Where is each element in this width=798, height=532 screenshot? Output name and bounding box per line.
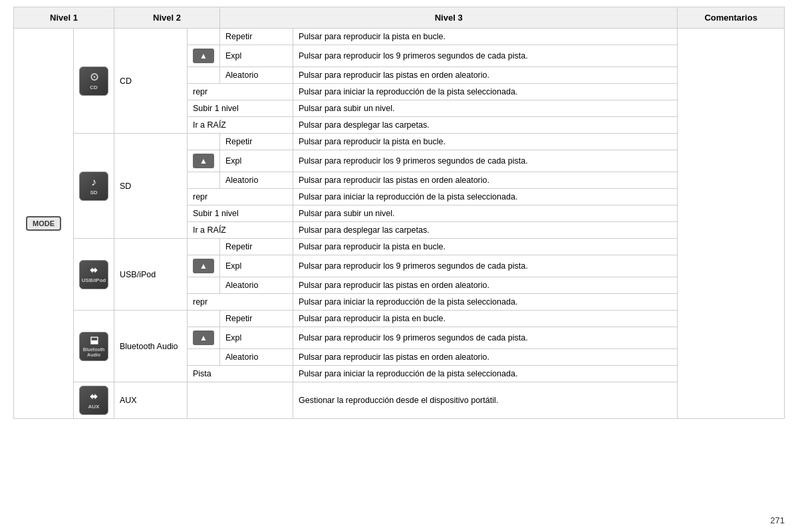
nivel1-mode-cell: MODE bbox=[14, 29, 74, 419]
bt-pista-text: Pista bbox=[188, 366, 293, 382]
sd-repr-text: repr bbox=[188, 189, 293, 205]
bluetooth-icon: ⬓ BluetoothAudio bbox=[79, 332, 108, 361]
arrow-up-icon: ▲ bbox=[193, 259, 214, 273]
cd-icon: ⊙ CD bbox=[79, 66, 108, 96]
aux-text-cell: AUX bbox=[114, 382, 188, 419]
bt-expl-text: Expl bbox=[220, 327, 293, 349]
mode-button: MODE bbox=[26, 216, 61, 231]
cd-aleatorio-text: Aleatorio bbox=[220, 67, 293, 84]
sd-repr-comment: Pulsar para iniciar la reproducción de l… bbox=[293, 189, 678, 205]
cd-expl-comment: Pulsar para reproducir los 9 primeros se… bbox=[293, 45, 678, 67]
bt-text-cell: Bluetooth Audio bbox=[114, 311, 188, 382]
sd-aleatorio-comment: Pulsar para reproducir las pistas en ord… bbox=[293, 172, 678, 189]
sd-repetir-icon bbox=[188, 134, 220, 150]
usb-expl-text: Expl bbox=[220, 255, 293, 277]
header-comentarios: Comentarios bbox=[678, 7, 785, 29]
cd-repetir-icon bbox=[188, 29, 220, 45]
sd-expl-comment: Pulsar para reproducir los 9 primeros se… bbox=[293, 150, 678, 172]
arrow-up-icon: ▲ bbox=[193, 331, 214, 345]
arrow-up-icon: ▲ bbox=[193, 154, 214, 168]
table-row: MODE ⊙ CD CD Repetir Pulsar para reprodu… bbox=[14, 29, 785, 45]
cd-aleatorio-icon bbox=[188, 67, 220, 84]
cd-subir-comment: Pulsar para subir un nivel. bbox=[293, 100, 678, 117]
aux-comment: Gestionar la reproducción desde el dispo… bbox=[293, 382, 678, 419]
sd-subir-comment: Pulsar para subir un nivel. bbox=[293, 205, 678, 222]
bt-expl-arrow: ▲ bbox=[188, 327, 220, 349]
sd-aleatorio-text: Aleatorio bbox=[220, 172, 293, 189]
header-nivel2: Nivel 2 bbox=[114, 7, 220, 29]
bt-repetir-comment: Pulsar para reproducir la pista en bucle… bbox=[293, 311, 678, 327]
usb-aleatorio-icon bbox=[188, 277, 220, 294]
usb-aleatorio-text: Aleatorio bbox=[220, 277, 293, 294]
cd-repr-text: repr bbox=[188, 84, 293, 100]
bt-expl-comment: Pulsar para reproducir los 9 primeros se… bbox=[293, 327, 678, 349]
page-number: 271 bbox=[770, 515, 785, 525]
usb-expl-comment: Pulsar para reproducir los 9 primeros se… bbox=[293, 255, 678, 277]
cd-repr-comment: Pulsar para iniciar la reproducción de l… bbox=[293, 84, 678, 100]
sd-repetir-comment: Pulsar para reproducir la pista en bucle… bbox=[293, 134, 678, 150]
aux-icon: ⬌ AUX bbox=[79, 386, 108, 415]
bt-repetir-text: Repetir bbox=[220, 311, 293, 327]
bt-icon-cell: ⬓ BluetoothAudio bbox=[74, 311, 114, 382]
usb-icon-cell: ⬌ USB/iPod bbox=[74, 239, 114, 311]
main-table: Nivel 1 Nivel 2 Nivel 3 Comentarios MODE… bbox=[13, 7, 785, 419]
sd-expl-text: Expl bbox=[220, 150, 293, 172]
page-container: Nivel 1 Nivel 2 Nivel 3 Comentarios MODE… bbox=[0, 0, 798, 532]
cd-repetir-text: Repetir bbox=[220, 29, 293, 45]
usb-aleatorio-comment: Pulsar para reproducir las pistas en ord… bbox=[293, 277, 678, 294]
cd-repetir-comment: Pulsar para reproducir la pista en bucle… bbox=[293, 29, 678, 45]
table-row: ⬌ AUX AUX Gestionar la reproducción desd… bbox=[14, 382, 785, 419]
bt-repetir-icon bbox=[188, 311, 220, 327]
aux-nivel3-empty bbox=[188, 382, 293, 419]
usb-repetir-comment: Pulsar para reproducir la pista en bucle… bbox=[293, 239, 678, 255]
usb-repetir-icon bbox=[188, 239, 220, 255]
table-row: ♪ SD SD Repetir Pulsar para reproducir l… bbox=[14, 134, 785, 150]
bt-pista-comment: Pulsar para iniciar la reproducción de l… bbox=[293, 366, 678, 382]
bt-aleatorio-comment: Pulsar para reproducir las pistas en ord… bbox=[293, 349, 678, 366]
arrow-up-icon: ▲ bbox=[193, 49, 214, 63]
cd-text-cell: CD bbox=[114, 29, 188, 134]
bt-aleatorio-icon bbox=[188, 349, 220, 366]
header-nivel1: Nivel 1 bbox=[14, 7, 114, 29]
sd-aleatorio-icon bbox=[188, 172, 220, 189]
sd-text-cell: SD bbox=[114, 134, 188, 239]
cd-raiz-text: Ir a RAÍZ bbox=[188, 117, 293, 134]
header-nivel3: Nivel 3 bbox=[220, 7, 678, 29]
bt-aleatorio-text: Aleatorio bbox=[220, 349, 293, 366]
aux-icon-cell: ⬌ AUX bbox=[74, 382, 114, 419]
sd-subir-text: Subir 1 nivel bbox=[188, 205, 293, 222]
cd-raiz-comment: Pulsar para desplegar las carpetas. bbox=[293, 117, 678, 134]
usb-repr-comment: Pulsar para iniciar la reproducción de l… bbox=[293, 294, 678, 311]
sd-raiz-comment: Pulsar para desplegar las carpetas. bbox=[293, 222, 678, 239]
usb-repr-text: repr bbox=[188, 294, 293, 311]
table-row: ⬌ USB/iPod USB/iPod Repetir Pulsar para … bbox=[14, 239, 785, 255]
usb-text-cell: USB/iPod bbox=[114, 239, 188, 311]
sd-icon-cell: ♪ SD bbox=[74, 134, 114, 239]
cd-icon-cell: ⊙ CD bbox=[74, 29, 114, 134]
usb-expl-arrow: ▲ bbox=[188, 255, 220, 277]
sd-expl-arrow: ▲ bbox=[188, 150, 220, 172]
cd-subir-text: Subir 1 nivel bbox=[188, 100, 293, 117]
cd-expl-text: Expl bbox=[220, 45, 293, 67]
cd-expl-arrow: ▲ bbox=[188, 45, 220, 67]
usb-icon: ⬌ USB/iPod bbox=[79, 260, 108, 289]
usb-repetir-text: Repetir bbox=[220, 239, 293, 255]
table-row: ⬓ BluetoothAudio Bluetooth Audio Repetir… bbox=[14, 311, 785, 327]
sd-icon: ♪ SD bbox=[79, 172, 108, 201]
cd-aleatorio-comment: Pulsar para reproducir las pistas en ord… bbox=[293, 67, 678, 84]
sd-raiz-text: Ir a RAÍZ bbox=[188, 222, 293, 239]
sd-repetir-text: Repetir bbox=[220, 134, 293, 150]
